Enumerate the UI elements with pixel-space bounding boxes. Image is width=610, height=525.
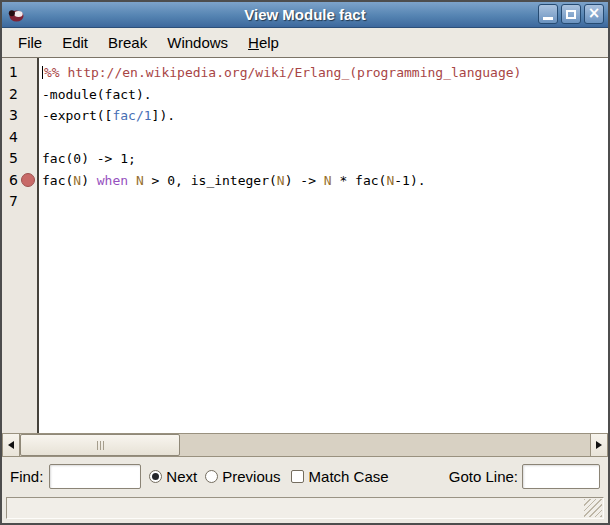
- next-radio[interactable]: [149, 470, 162, 483]
- line-number[interactable]: 6: [2, 170, 37, 192]
- menu-item-file[interactable]: File: [8, 34, 52, 51]
- code-segment-default: fac(: [42, 173, 73, 188]
- match-case-checkbox[interactable]: [291, 470, 304, 483]
- code-area[interactable]: %% http://en.wikipedia.org/wiki/Erlang_(…: [39, 58, 608, 433]
- debugger-app-icon: [7, 6, 25, 24]
- scroll-left-button[interactable]: [3, 434, 20, 456]
- code-segment-variable: N: [324, 173, 332, 188]
- code-segment-default: -export([: [42, 108, 112, 123]
- code-line: [42, 127, 608, 149]
- line-number[interactable]: 1: [2, 62, 37, 84]
- menu-item-help[interactable]: Help: [238, 34, 289, 51]
- maximize-button[interactable]: [561, 4, 581, 24]
- menu-item-windows[interactable]: Windows: [157, 34, 238, 51]
- code-segment-default: ): [81, 173, 97, 188]
- code-segment-default: -1).: [394, 173, 425, 188]
- menu-item-edit[interactable]: Edit: [52, 34, 98, 51]
- window-title: View Module fact: [2, 6, 608, 23]
- code-segment-variable: N: [136, 173, 144, 188]
- maximize-icon: [566, 10, 576, 19]
- code-line: -module(fact).: [42, 84, 608, 106]
- code-segment-default: ) ->: [285, 173, 324, 188]
- line-number[interactable]: 2: [2, 84, 37, 106]
- code-segment-default: > 0, is_integer(: [144, 173, 277, 188]
- editor: 1234567 %% http://en.wikipedia.org/wiki/…: [2, 57, 608, 433]
- titlebar[interactable]: View Module fact ×: [2, 2, 608, 28]
- next-label: Next: [166, 468, 197, 485]
- code-segment-default: * fac(: [332, 173, 387, 188]
- line-number[interactable]: 7: [2, 191, 37, 213]
- code-line: -export([fac/1]).: [42, 105, 608, 127]
- code-segment-variable: N: [73, 173, 81, 188]
- code-line: fac(0) -> 1;: [42, 148, 608, 170]
- resize-grip[interactable]: [584, 499, 602, 517]
- scroll-right-button[interactable]: [590, 434, 607, 456]
- goto-line-input[interactable]: [522, 464, 600, 489]
- match-case-label: Match Case: [309, 468, 389, 485]
- close-button[interactable]: ×: [584, 4, 604, 24]
- code-segment-default: ]).: [152, 108, 175, 123]
- arrow-right-icon: [596, 441, 606, 449]
- thumb-grip-icon: [97, 441, 98, 450]
- minimize-button[interactable]: [538, 4, 558, 24]
- find-label: Find:: [10, 468, 43, 485]
- line-number[interactable]: 5: [2, 148, 37, 170]
- thumb-grip-icon: [100, 441, 101, 450]
- close-icon: ×: [588, 6, 601, 21]
- line-number[interactable]: 3: [2, 105, 37, 127]
- bug-icon: [7, 6, 25, 24]
- code-segment-function: fac/1: [112, 108, 151, 123]
- scrollbar-track[interactable]: [20, 434, 590, 456]
- status-bar: [6, 497, 604, 519]
- code-line: fac(N) when N > 0, is_integer(N) -> N * …: [42, 170, 608, 192]
- line-number[interactable]: 4: [2, 127, 37, 149]
- code-segment-default: [128, 173, 136, 188]
- minimize-icon: [543, 17, 553, 20]
- horizontal-scrollbar[interactable]: [2, 433, 608, 457]
- code-segment-comment: %% http://en.wikipedia.org/wiki/Erlang_(…: [44, 65, 521, 80]
- code-segment-keyword: when: [97, 173, 128, 188]
- menu-item-break[interactable]: Break: [98, 34, 157, 51]
- find-bar: Find: Next Previous Match Case Goto Line…: [2, 457, 608, 495]
- view-module-window: View Module fact × FileEditBreakWindowsH…: [0, 0, 610, 525]
- code-line: %% http://en.wikipedia.org/wiki/Erlang_(…: [42, 62, 608, 84]
- find-input[interactable]: [49, 464, 141, 489]
- line-number-gutter: 1234567: [2, 58, 39, 433]
- text-cursor: [42, 66, 43, 79]
- window-controls: ×: [538, 4, 604, 24]
- previous-label: Previous: [222, 468, 280, 485]
- breakpoint-marker[interactable]: [21, 173, 35, 187]
- code-segment-variable: N: [277, 173, 285, 188]
- code-segment-default: fac(0) -> 1;: [42, 151, 136, 166]
- code-segment-default: -module(fact).: [42, 87, 152, 102]
- previous-radio[interactable]: [205, 470, 218, 483]
- goto-line-label: Goto Line:: [449, 468, 518, 485]
- thumb-grip-icon: [103, 441, 104, 450]
- scrollbar-thumb[interactable]: [20, 434, 180, 456]
- code-line: [42, 191, 608, 213]
- menubar: FileEditBreakWindowsHelp: [2, 28, 608, 57]
- arrow-left-icon: [4, 441, 14, 449]
